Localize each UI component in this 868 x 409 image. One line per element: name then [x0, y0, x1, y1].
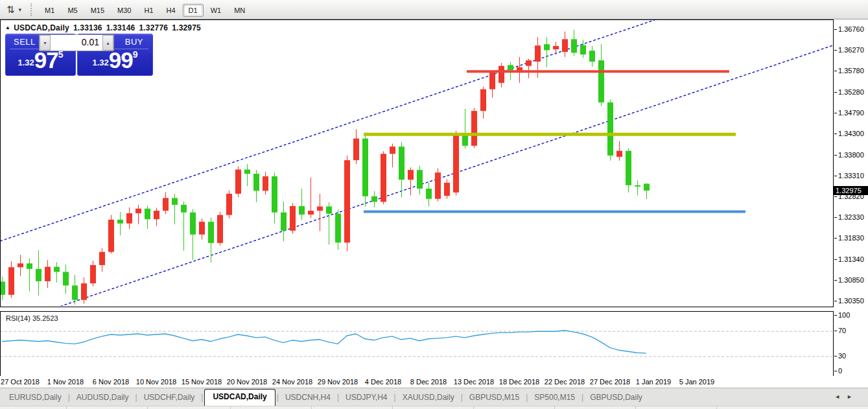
price-tick: 1.30350	[838, 297, 864, 305]
timeframe-button-m30[interactable]: M30	[111, 4, 137, 17]
candle-body	[635, 185, 640, 187]
ohlc-open: 1.33136	[73, 23, 102, 32]
candle-body	[190, 213, 196, 235]
candle-body	[117, 220, 123, 224]
candle-body	[344, 160, 350, 242]
candle-body	[644, 183, 650, 191]
tab-xauusd-daily[interactable]: XAUUSD,Daily	[396, 390, 461, 406]
candle-body	[90, 265, 96, 283]
date-tick: 18 Dec 2018	[499, 378, 539, 386]
date-tick: 24 Nov 2018	[272, 378, 312, 386]
candle-body	[126, 213, 132, 224]
timeframe-button-m15[interactable]: M15	[85, 4, 110, 17]
candle-body	[199, 222, 205, 235]
tab-eurusd-daily[interactable]: EURUSD,Daily	[3, 390, 68, 406]
chart-shift-icon[interactable]: ⇅	[6, 4, 15, 16]
candle-body	[553, 46, 559, 49]
buy-label: BUY	[125, 37, 143, 47]
candle-body	[426, 189, 432, 199]
candle-body	[99, 252, 105, 265]
toolbar-grip[interactable]	[30, 3, 32, 16]
rsi-indicator-label: RSI(14) 35.2523	[6, 314, 58, 322]
one-click-trading-panel: SELL 1.32975 BUY 1.32999 ▼ 0.01 ▲	[5, 34, 152, 75]
sell-label: SELL	[14, 37, 36, 47]
candle-body	[272, 176, 277, 213]
timeframe-button-mn[interactable]: MN	[228, 4, 251, 17]
candle-body	[135, 209, 141, 213]
tab-usdcad-daily[interactable]: USDCAD,Daily	[204, 389, 275, 406]
chart-symbol-label: USDCAD,Daily	[14, 23, 69, 32]
price-tick: 1.31830	[838, 234, 864, 242]
price-tick: 1.32330	[838, 213, 864, 221]
timeframe-button-d1[interactable]: D1	[183, 4, 204, 17]
lot-size-input[interactable]: 0.01	[51, 35, 102, 51]
candle-body	[145, 209, 150, 219]
tab-gbpusd-m15[interactable]: GBPUSD,M15	[463, 390, 526, 406]
candle-body	[235, 170, 241, 194]
sell-price-prefix: 1.32	[18, 58, 34, 67]
candle-body	[63, 272, 69, 285]
candle-body	[371, 196, 377, 202]
candle-body	[326, 207, 332, 214]
ohlc-low: 1.32776	[139, 23, 168, 32]
tab-audusd-daily[interactable]: AUDUSD,Daily	[70, 390, 135, 406]
candle-body	[616, 151, 622, 157]
candle-body	[244, 170, 250, 174]
candle-body	[508, 65, 513, 70]
tab-usdchf-daily[interactable]: USDCHF,Daily	[137, 390, 202, 406]
candle-body	[308, 211, 314, 215]
candle-body	[471, 111, 477, 146]
candle-body	[408, 170, 414, 180]
date-tick: 8 Dec 2018	[410, 378, 447, 386]
tab-usdjpy-h4[interactable]: USDJPY,H4	[339, 390, 393, 406]
candle-body	[290, 206, 296, 231]
candle-body	[317, 207, 323, 211]
date-tick: 29 Nov 2018	[318, 378, 358, 386]
rsi-axis-tick: 100	[838, 311, 850, 319]
price-tick: 1.30850	[838, 276, 864, 284]
rsi-panel-border	[1, 312, 834, 377]
price-tick: 1.35780	[838, 67, 864, 75]
price-tick: 1.36270	[838, 46, 864, 54]
candle-body	[36, 269, 41, 281]
tab-sp500-m15[interactable]: SP500,M15	[528, 390, 581, 406]
date-tick: 15 Nov 2018	[182, 378, 222, 386]
rsi-line	[2, 331, 646, 353]
status-strip	[0, 406, 868, 409]
date-axis[interactable]: 27 Oct 20181 Nov 20186 Nov 201810 Nov 20…	[0, 377, 868, 388]
timeframe-button-m5[interactable]: M5	[62, 4, 83, 17]
timeframe-button-h1[interactable]: H1	[138, 4, 159, 17]
tab-usdcnh-h4[interactable]: USDCNH,H4	[279, 390, 337, 406]
candle-body	[108, 220, 114, 252]
timeframe-button-m1[interactable]: M1	[39, 4, 60, 17]
collapse-arrow-icon[interactable]: ▲	[5, 25, 10, 30]
candle-body	[435, 172, 441, 199]
timeframe-toolbar: ⇅ ▾ M1M5M15M30H1H4D1W1MN	[0, 0, 868, 19]
tabs: EURUSD,Daily|AUDUSD,Daily|USDCHF,Daily|U…	[3, 389, 649, 406]
tab-scroll-right-icon[interactable]: ►	[847, 393, 859, 400]
rsi-panel[interactable]	[0, 331, 833, 356]
timeframe-button-w1[interactable]: W1	[205, 4, 228, 17]
tab-scroll-left-icon[interactable]: ◄	[834, 393, 847, 400]
lower-channel-line[interactable]	[0, 45, 833, 327]
candle-body	[390, 146, 395, 154]
date-tick: 1 Nov 2018	[47, 378, 84, 386]
price-axis[interactable]: 1.367601.362701.357801.352801.347901.343…	[834, 19, 868, 376]
toolbar-dropdown-caret[interactable]: ▾	[19, 6, 22, 13]
candle-body	[417, 170, 423, 189]
timeframe-button-h4[interactable]: H4	[161, 4, 182, 17]
tab-separator: |	[201, 393, 203, 406]
candle-body	[598, 60, 604, 102]
status-divider	[392, 406, 393, 409]
lot-decrease-button[interactable]: ▼	[40, 35, 51, 51]
candle-body	[27, 263, 32, 269]
lot-increase-button[interactable]: ▲	[102, 35, 113, 51]
date-tick: 20 Nov 2018	[227, 378, 267, 386]
trading-platform-window: ⇅ ▾ M1M5M15M30H1H4D1W1MN ▲USDCAD,Daily1.…	[0, 0, 868, 409]
status-divider	[66, 406, 67, 409]
candle-body	[154, 211, 159, 219]
tab-gbpusd-daily[interactable]: GBPUSD,Daily	[583, 390, 649, 406]
candle-body	[453, 133, 459, 193]
price-tick: 1.33800	[838, 151, 864, 159]
chart-title: ▲USDCAD,Daily1.331361.331461.327761.3297…	[5, 23, 205, 32]
